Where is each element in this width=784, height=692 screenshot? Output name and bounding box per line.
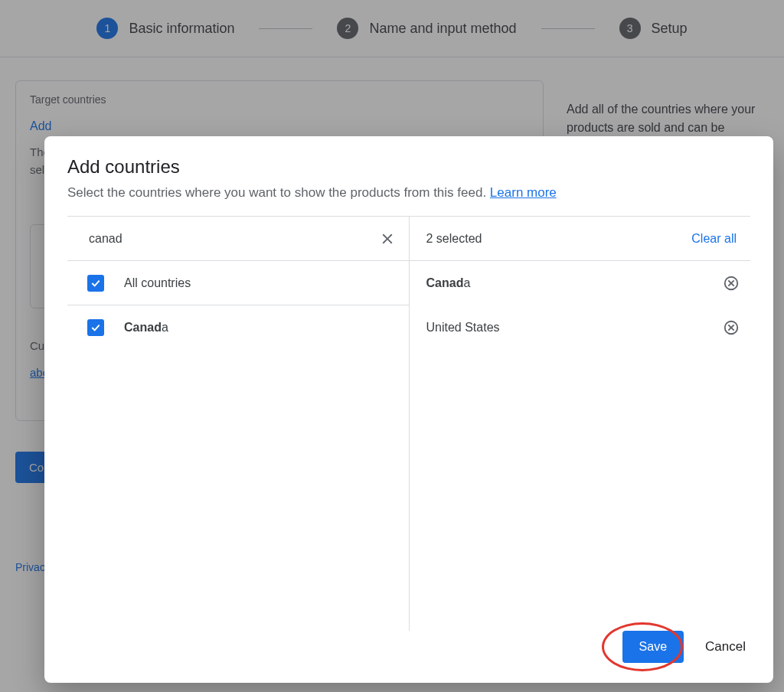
selected-canada-label: Canada	[426, 276, 471, 290]
cancel-button[interactable]: Cancel	[701, 638, 750, 655]
selected-header: 2 selected Clear all	[410, 217, 751, 261]
checkbox-all[interactable]	[87, 275, 104, 292]
clear-all-button[interactable]: Clear all	[684, 226, 744, 252]
option-canada[interactable]: Canada	[67, 305, 409, 350]
remove-circle-icon	[723, 275, 740, 292]
selected-united-states: United States	[410, 305, 751, 350]
check-icon	[90, 322, 102, 334]
modal-subtitle: Select the countries where you want to s…	[67, 185, 750, 201]
search-row	[67, 217, 409, 261]
selected-us-label: United States	[426, 321, 500, 335]
match-bold: Canad	[124, 321, 162, 334]
modal-body: All countries Canada 2 selected Clear al…	[67, 216, 750, 631]
selected-count: 2 selected	[426, 232, 482, 246]
selected-canada: Canada	[410, 261, 751, 305]
option-all-countries[interactable]: All countries	[67, 261, 409, 305]
save-button[interactable]: Save	[622, 631, 684, 663]
modal-footer: Save Cancel	[44, 631, 773, 683]
modal-header: Add countries Select the countries where…	[44, 136, 773, 216]
match-rest: a	[162, 321, 168, 334]
checkbox-canada[interactable]	[87, 319, 104, 336]
modal-title: Add countries	[67, 156, 750, 178]
remove-us-button[interactable]	[718, 315, 744, 341]
learn-more-link[interactable]: Learn more	[490, 185, 557, 200]
match-rest: a	[463, 276, 470, 289]
add-countries-modal: Add countries Select the countries where…	[44, 136, 773, 683]
selected-column: 2 selected Clear all Canada United State…	[410, 217, 751, 631]
search-column: All countries Canada	[67, 217, 410, 631]
option-canada-label: Canada	[124, 321, 168, 335]
match-bold: Canad	[426, 276, 464, 289]
subtitle-text: Select the countries where you want to s…	[67, 185, 490, 200]
remove-canada-button[interactable]	[718, 270, 744, 296]
check-icon	[90, 277, 102, 289]
clear-search-button[interactable]	[371, 222, 404, 256]
option-all-label: All countries	[124, 276, 191, 290]
country-search-input[interactable]	[67, 232, 371, 246]
close-icon	[379, 230, 396, 247]
remove-circle-icon	[723, 319, 740, 336]
